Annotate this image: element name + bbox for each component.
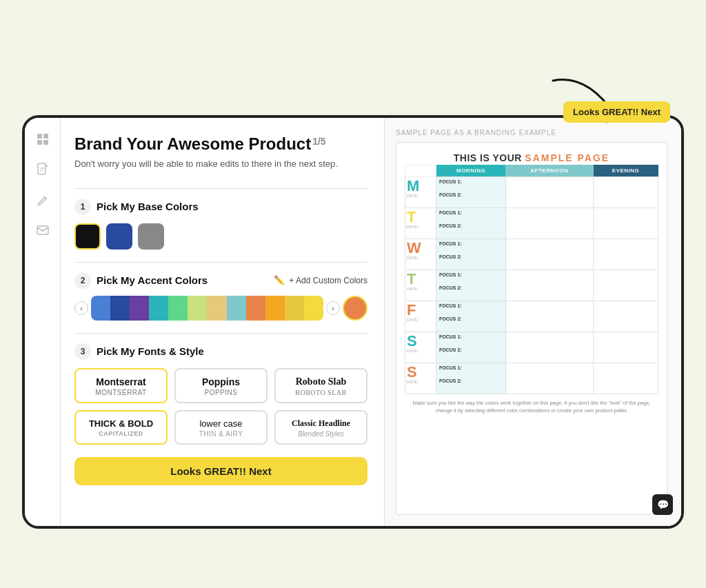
page-title: Brand Your Awesome Product 1/5 xyxy=(74,134,367,154)
accent-selected-round[interactable] xyxy=(343,296,367,321)
accent-color-11[interactable] xyxy=(285,296,304,321)
font-card-poppins[interactable]: Poppins POPPINS xyxy=(174,368,268,403)
looks-great-badge-top[interactable]: Looks GREAT!! Next xyxy=(563,101,670,123)
day-cell-f: F DATE: xyxy=(405,301,436,332)
table-row: M DATE: FOCUS 1: FOCUS 2: xyxy=(405,177,658,208)
focus-cell-w-morning: FOCUS 1: FOCUS 2: xyxy=(436,239,506,270)
base-colors-title: Pick My Base Colors xyxy=(97,201,199,212)
add-custom-button[interactable]: + Add Custom Colors xyxy=(289,276,367,285)
sidebar-icon-mail[interactable] xyxy=(32,220,53,241)
svg-rect-3 xyxy=(43,140,48,145)
sidebar-icon-grid[interactable] xyxy=(32,129,53,150)
focus-2-label: FOCUS 2: xyxy=(439,285,503,290)
looks-great-button[interactable]: Looks GREAT!! Next xyxy=(74,457,367,485)
right-panel: SAMPLE PAGE AS A BRANDING EXAMPLE THIS I… xyxy=(385,118,681,526)
sidebar-icon-pen[interactable] xyxy=(32,190,53,210)
focus-cell-f-evening xyxy=(594,301,658,332)
sidebar xyxy=(25,118,61,526)
day-date-t: DATE: xyxy=(407,225,434,229)
style-card-lowercase[interactable]: lower case THIN & AIRY xyxy=(174,410,268,445)
focus-label: FOCUS 1: xyxy=(439,334,503,339)
base-swatch-gray[interactable] xyxy=(138,223,164,250)
left-panel: Brand Your Awesome Product 1/5 Don't wor… xyxy=(61,118,385,526)
accent-color-8[interactable] xyxy=(227,296,246,321)
accent-color-2[interactable] xyxy=(110,296,130,321)
focus-cell-th-afternoon xyxy=(505,270,594,301)
base-colors-label: 1 Pick My Base Colors xyxy=(74,199,367,215)
accent-color-5[interactable] xyxy=(168,296,188,321)
font-sub-poppins: POPPINS xyxy=(181,389,261,396)
focus-2-label: FOCUS 2: xyxy=(439,316,503,321)
base-swatch-black[interactable] xyxy=(74,223,101,250)
style-sub-lower: THIN & AIRY xyxy=(181,430,261,438)
divider-1 xyxy=(74,188,367,189)
sidebar-icon-file[interactable] xyxy=(32,159,53,180)
chat-icon[interactable]: 💬 xyxy=(652,494,673,515)
fonts-section: 3 Pick My Fonts & Style Montserrat MONTS… xyxy=(74,343,367,445)
svg-rect-4 xyxy=(38,163,46,174)
accent-prev-button[interactable]: ‹ xyxy=(74,301,88,315)
col-evening: EVENING xyxy=(594,165,658,177)
table-row: F DATE: FOCUS 1: FOCUS 2: xyxy=(405,301,658,332)
svg-rect-1 xyxy=(43,134,48,139)
day-letter-w: W xyxy=(407,241,434,256)
table-row: T DATE: FOCUS 1: FOCUS 2: xyxy=(405,208,658,239)
accent-color-4[interactable] xyxy=(149,296,168,321)
style-name-thick: THICK & BOLD xyxy=(81,418,161,429)
accent-next-button[interactable]: › xyxy=(326,301,340,315)
table-row: T DATE: FOCUS 1: FOCUS 2: xyxy=(405,270,658,301)
day-date-th: DATE: xyxy=(407,287,434,291)
focus-cell-sa-evening xyxy=(594,332,658,363)
outer-wrapper: Looks GREAT!! Next xyxy=(22,81,684,529)
day-letter-sa: S xyxy=(407,334,434,349)
focus-cell-w-afternoon xyxy=(505,239,594,270)
focus-cell-sa-morning: FOCUS 1: FOCUS 2: xyxy=(436,332,506,363)
divider-2 xyxy=(74,262,367,263)
header-area: Brand Your Awesome Product 1/5 Don't wor… xyxy=(74,134,367,170)
svg-rect-5 xyxy=(37,226,48,234)
pencil-icon: ✏️ xyxy=(274,275,285,285)
col-morning: MORNING xyxy=(436,165,506,177)
svg-rect-0 xyxy=(37,134,42,139)
table-row: S DATE: FOCUS 1: FOCUS 2: xyxy=(405,363,658,394)
focus-2-label: FOCUS 2: xyxy=(439,347,503,352)
day-date-m: DATE: xyxy=(407,194,434,198)
col-afternoon: AFTERNOON xyxy=(505,165,594,177)
accent-color-9[interactable] xyxy=(246,296,265,321)
base-colors-section: 1 Pick My Base Colors xyxy=(74,199,367,252)
focus-label: FOCUS 1: xyxy=(439,303,503,308)
accent-color-3[interactable] xyxy=(130,296,149,321)
accent-color-1[interactable] xyxy=(91,296,110,321)
font-card-montserrat[interactable]: Montserrat MONTSERRAT xyxy=(74,368,168,403)
accent-color-12[interactable] xyxy=(304,296,323,321)
style-sub-classic: Blended Styles xyxy=(281,430,361,438)
day-letter-m: M xyxy=(407,179,434,194)
section-num-2: 2 xyxy=(74,272,91,289)
base-swatch-blue[interactable] xyxy=(106,223,132,250)
accent-color-7[interactable] xyxy=(207,296,226,321)
focus-cell-t-evening xyxy=(594,208,658,239)
focus-cell-t-morning: FOCUS 1: FOCUS 2: xyxy=(436,208,506,239)
preview-page: THIS IS YOUR SAMPLE PAGE MORNING AFTERNO… xyxy=(396,142,667,515)
focus-cell-th-morning: FOCUS 1: FOCUS 2: xyxy=(436,270,506,301)
accent-color-10[interactable] xyxy=(265,296,285,321)
accent-color-6[interactable] xyxy=(188,296,207,321)
table-row: S DATE: FOCUS 1: FOCUS 2: xyxy=(405,332,658,363)
focus-cell-th-evening xyxy=(594,270,658,301)
style-card-classic[interactable]: Classic Headline Blended Styles xyxy=(274,410,367,445)
font-sub-roboto: ROBOTO SLAB xyxy=(281,389,361,396)
focus-cell-m-evening xyxy=(594,177,658,208)
day-letter-f: F xyxy=(407,303,434,318)
focus-label: FOCUS 1: xyxy=(439,365,503,370)
focus-cell-su-morning: FOCUS 1: FOCUS 2: xyxy=(436,363,506,394)
accent-colors-title: Pick My Accent Colors xyxy=(97,274,208,286)
day-letter-t: T xyxy=(407,210,434,225)
focus-cell-f-afternoon xyxy=(505,301,594,332)
focus-2-label: FOCUS 2: xyxy=(439,378,503,383)
focus-cell-su-evening xyxy=(594,363,658,394)
day-cell-t: T DATE: xyxy=(405,208,436,239)
day-letter-th: T xyxy=(407,272,434,287)
style-card-thick-bold[interactable]: THICK & BOLD CAPITALIZED xyxy=(74,410,168,445)
sample-title: THIS IS YOUR SAMPLE PAGE xyxy=(405,152,658,163)
font-card-roboto[interactable]: Roboto Slab ROBOTO SLAB xyxy=(274,368,367,403)
